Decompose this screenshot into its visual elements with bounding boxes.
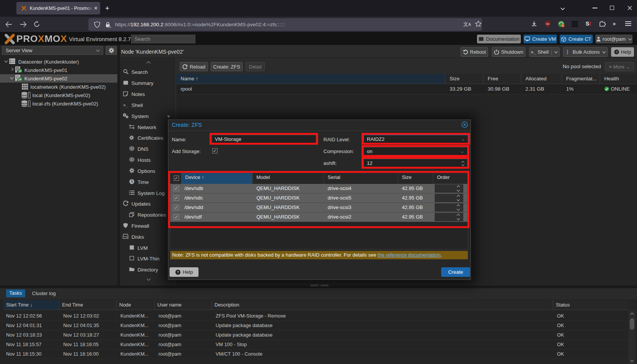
svg-text:?: ? [177,270,179,274]
svg-text:!: ! [562,24,563,27]
svg-text:UO: UO [546,23,549,25]
svg-text:?: ? [615,50,618,54]
